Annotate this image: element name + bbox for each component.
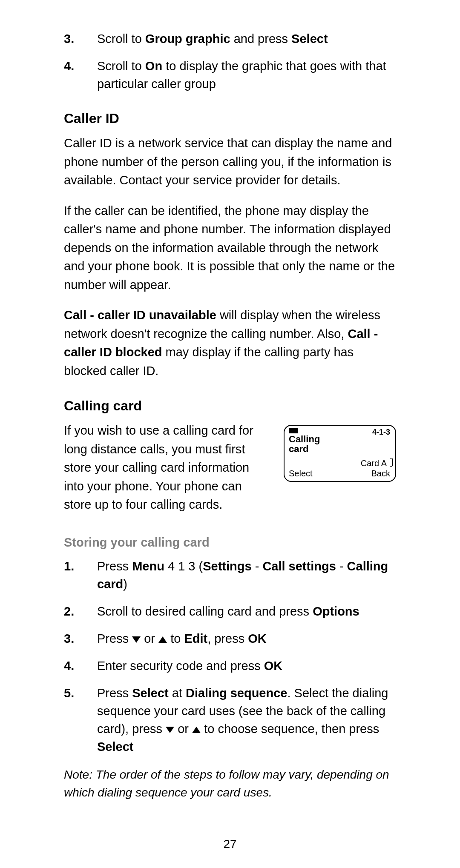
calling-card-intro: If you wish to use a calling card for lo… bbox=[64, 421, 271, 514]
bold-text: Dialing sequence bbox=[186, 686, 288, 700]
triangle-down-icon bbox=[132, 636, 141, 643]
list-item: 4.Enter security code and press OK bbox=[64, 657, 396, 675]
caller-id-p2: If the caller can be identified, the pho… bbox=[64, 202, 396, 295]
step-number: 3. bbox=[64, 630, 97, 647]
screen-back-softkey: Back bbox=[371, 469, 390, 478]
list-item: 4.Scroll to On to display the graphic th… bbox=[64, 57, 396, 93]
step-body: Scroll to desired calling card and press… bbox=[97, 602, 396, 620]
calling-card-heading: Calling card bbox=[64, 398, 396, 414]
storing-subheading: Storing your calling card bbox=[64, 536, 396, 550]
step-number: 5. bbox=[64, 684, 97, 756]
step-number: 4. bbox=[64, 57, 97, 93]
bold-text: Select bbox=[291, 32, 328, 46]
screen-title-line2: card bbox=[289, 444, 308, 454]
screen-title-line1: Calling bbox=[289, 434, 320, 444]
screen-select-softkey: Select bbox=[289, 469, 313, 478]
step-number: 3. bbox=[64, 30, 97, 48]
step-body: Scroll to On to display the graphic that… bbox=[97, 57, 396, 93]
bold-text: Call - caller ID unavailable bbox=[64, 308, 216, 322]
triangle-up-icon bbox=[158, 636, 167, 643]
bold-text: Edit bbox=[184, 632, 207, 645]
bold-text: On bbox=[145, 59, 162, 73]
step-body: Scroll to Group graphic and press Select bbox=[97, 30, 396, 48]
step-body: Enter security code and press OK bbox=[97, 657, 396, 675]
signal-icon bbox=[289, 428, 298, 433]
caller-id-heading: Caller ID bbox=[64, 111, 396, 126]
caller-id-p1: Caller ID is a network service that can … bbox=[64, 134, 396, 190]
bold-text: Call settings bbox=[262, 559, 336, 573]
step-body: Press Select at Dialing sequence. Select… bbox=[97, 684, 396, 756]
bold-text: Options bbox=[313, 604, 359, 618]
phone-screen-illustration: 4-1-3 Calling card Card A Select Back bbox=[284, 425, 396, 482]
screen-title: Calling card bbox=[289, 434, 320, 454]
storing-steps-list: 1.Press Menu 4 1 3 (Settings - Call sett… bbox=[64, 557, 396, 756]
page-content: 3.Scroll to Group graphic and press Sele… bbox=[64, 30, 396, 802]
step-number: 4. bbox=[64, 657, 97, 675]
triangle-up-icon bbox=[192, 727, 201, 733]
bold-text: Settings bbox=[203, 559, 251, 573]
bold-text: Call - caller ID blocked bbox=[64, 327, 378, 359]
screen-code: 4-1-3 bbox=[372, 428, 390, 437]
step-body: Press or to Edit, press OK bbox=[97, 630, 396, 647]
caller-id-p3: Call - caller ID unavailable will displa… bbox=[64, 306, 396, 380]
top-steps-list: 3.Scroll to Group graphic and press Sele… bbox=[64, 30, 396, 93]
step-body: Press Menu 4 1 3 (Settings - Call settin… bbox=[97, 557, 396, 593]
bold-text: Menu bbox=[132, 559, 164, 573]
step-number: 2. bbox=[64, 602, 97, 620]
bold-text: OK bbox=[248, 632, 267, 645]
screen-card-label: Card A bbox=[361, 458, 387, 468]
bold-text: OK bbox=[264, 659, 283, 673]
list-item: 3.Press or to Edit, press OK bbox=[64, 630, 396, 647]
bold-text: Group graphic bbox=[145, 32, 230, 46]
calling-card-row: If you wish to use a calling card for lo… bbox=[64, 421, 396, 521]
list-item: 3.Scroll to Group graphic and press Sele… bbox=[64, 30, 396, 48]
list-item: 2.Scroll to desired calling card and pre… bbox=[64, 602, 396, 620]
list-item: 1.Press Menu 4 1 3 (Settings - Call sett… bbox=[64, 557, 396, 593]
bold-text: Select bbox=[132, 686, 168, 700]
triangle-down-icon bbox=[166, 727, 174, 733]
bold-text: Select bbox=[97, 740, 133, 753]
list-item: 5.Press Select at Dialing sequence. Sele… bbox=[64, 684, 396, 756]
calling-card-note: Note: The order of the steps to follow m… bbox=[64, 766, 396, 802]
page-number: 27 bbox=[0, 837, 460, 851]
screen-scroll-indicator bbox=[390, 458, 393, 467]
step-number: 1. bbox=[64, 557, 97, 593]
